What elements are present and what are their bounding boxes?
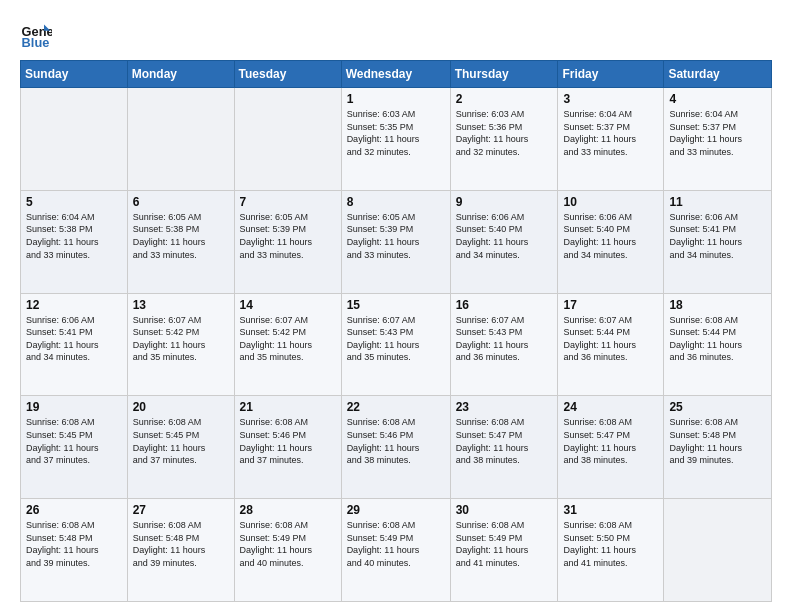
calendar-cell: 12Sunrise: 6:06 AM Sunset: 5:41 PM Dayli… — [21, 293, 128, 396]
weekday-header-sunday: Sunday — [21, 61, 128, 88]
day-number: 5 — [26, 195, 122, 209]
day-number: 15 — [347, 298, 445, 312]
day-number: 9 — [456, 195, 553, 209]
day-info: Sunrise: 6:08 AM Sunset: 5:48 PM Dayligh… — [133, 519, 229, 569]
day-info: Sunrise: 6:08 AM Sunset: 5:49 PM Dayligh… — [456, 519, 553, 569]
day-info: Sunrise: 6:08 AM Sunset: 5:48 PM Dayligh… — [669, 416, 766, 466]
calendar-cell: 16Sunrise: 6:07 AM Sunset: 5:43 PM Dayli… — [450, 293, 558, 396]
calendar-cell: 9Sunrise: 6:06 AM Sunset: 5:40 PM Daylig… — [450, 190, 558, 293]
day-number: 14 — [240, 298, 336, 312]
day-info: Sunrise: 6:03 AM Sunset: 5:35 PM Dayligh… — [347, 108, 445, 158]
weekday-header-friday: Friday — [558, 61, 664, 88]
calendar-week-3: 12Sunrise: 6:06 AM Sunset: 5:41 PM Dayli… — [21, 293, 772, 396]
calendar-cell: 5Sunrise: 6:04 AM Sunset: 5:38 PM Daylig… — [21, 190, 128, 293]
day-number: 22 — [347, 400, 445, 414]
calendar-cell: 18Sunrise: 6:08 AM Sunset: 5:44 PM Dayli… — [664, 293, 772, 396]
calendar-cell: 21Sunrise: 6:08 AM Sunset: 5:46 PM Dayli… — [234, 396, 341, 499]
day-info: Sunrise: 6:08 AM Sunset: 5:45 PM Dayligh… — [133, 416, 229, 466]
calendar-cell: 28Sunrise: 6:08 AM Sunset: 5:49 PM Dayli… — [234, 499, 341, 602]
day-number: 31 — [563, 503, 658, 517]
day-info: Sunrise: 6:07 AM Sunset: 5:42 PM Dayligh… — [240, 314, 336, 364]
svg-text:Blue: Blue — [22, 35, 50, 50]
calendar-cell — [127, 88, 234, 191]
day-info: Sunrise: 6:07 AM Sunset: 5:43 PM Dayligh… — [456, 314, 553, 364]
calendar-cell: 1Sunrise: 6:03 AM Sunset: 5:35 PM Daylig… — [341, 88, 450, 191]
calendar-cell: 30Sunrise: 6:08 AM Sunset: 5:49 PM Dayli… — [450, 499, 558, 602]
day-info: Sunrise: 6:05 AM Sunset: 5:39 PM Dayligh… — [240, 211, 336, 261]
calendar-cell: 8Sunrise: 6:05 AM Sunset: 5:39 PM Daylig… — [341, 190, 450, 293]
calendar-cell: 25Sunrise: 6:08 AM Sunset: 5:48 PM Dayli… — [664, 396, 772, 499]
day-number: 2 — [456, 92, 553, 106]
day-number: 25 — [669, 400, 766, 414]
calendar-cell: 11Sunrise: 6:06 AM Sunset: 5:41 PM Dayli… — [664, 190, 772, 293]
day-number: 8 — [347, 195, 445, 209]
calendar-cell: 14Sunrise: 6:07 AM Sunset: 5:42 PM Dayli… — [234, 293, 341, 396]
day-number: 17 — [563, 298, 658, 312]
calendar-cell: 23Sunrise: 6:08 AM Sunset: 5:47 PM Dayli… — [450, 396, 558, 499]
calendar-week-1: 1Sunrise: 6:03 AM Sunset: 5:35 PM Daylig… — [21, 88, 772, 191]
day-info: Sunrise: 6:08 AM Sunset: 5:46 PM Dayligh… — [240, 416, 336, 466]
weekday-header-row: SundayMondayTuesdayWednesdayThursdayFrid… — [21, 61, 772, 88]
calendar-cell — [234, 88, 341, 191]
day-info: Sunrise: 6:08 AM Sunset: 5:44 PM Dayligh… — [669, 314, 766, 364]
day-number: 6 — [133, 195, 229, 209]
day-number: 24 — [563, 400, 658, 414]
day-info: Sunrise: 6:08 AM Sunset: 5:49 PM Dayligh… — [347, 519, 445, 569]
day-number: 13 — [133, 298, 229, 312]
day-info: Sunrise: 6:06 AM Sunset: 5:40 PM Dayligh… — [456, 211, 553, 261]
weekday-header-saturday: Saturday — [664, 61, 772, 88]
calendar-cell: 26Sunrise: 6:08 AM Sunset: 5:48 PM Dayli… — [21, 499, 128, 602]
day-info: Sunrise: 6:04 AM Sunset: 5:37 PM Dayligh… — [669, 108, 766, 158]
day-number: 20 — [133, 400, 229, 414]
logo: General Blue — [20, 18, 56, 50]
day-number: 18 — [669, 298, 766, 312]
calendar-cell: 6Sunrise: 6:05 AM Sunset: 5:38 PM Daylig… — [127, 190, 234, 293]
calendar-cell — [664, 499, 772, 602]
day-number: 3 — [563, 92, 658, 106]
day-number: 21 — [240, 400, 336, 414]
day-info: Sunrise: 6:08 AM Sunset: 5:50 PM Dayligh… — [563, 519, 658, 569]
calendar-cell: 3Sunrise: 6:04 AM Sunset: 5:37 PM Daylig… — [558, 88, 664, 191]
calendar-table: SundayMondayTuesdayWednesdayThursdayFrid… — [20, 60, 772, 602]
calendar-cell: 2Sunrise: 6:03 AM Sunset: 5:36 PM Daylig… — [450, 88, 558, 191]
day-info: Sunrise: 6:07 AM Sunset: 5:42 PM Dayligh… — [133, 314, 229, 364]
day-info: Sunrise: 6:05 AM Sunset: 5:39 PM Dayligh… — [347, 211, 445, 261]
day-info: Sunrise: 6:08 AM Sunset: 5:45 PM Dayligh… — [26, 416, 122, 466]
day-number: 4 — [669, 92, 766, 106]
day-info: Sunrise: 6:04 AM Sunset: 5:38 PM Dayligh… — [26, 211, 122, 261]
day-info: Sunrise: 6:06 AM Sunset: 5:41 PM Dayligh… — [26, 314, 122, 364]
calendar-cell: 15Sunrise: 6:07 AM Sunset: 5:43 PM Dayli… — [341, 293, 450, 396]
calendar-cell: 29Sunrise: 6:08 AM Sunset: 5:49 PM Dayli… — [341, 499, 450, 602]
weekday-header-wednesday: Wednesday — [341, 61, 450, 88]
day-info: Sunrise: 6:07 AM Sunset: 5:44 PM Dayligh… — [563, 314, 658, 364]
day-info: Sunrise: 6:03 AM Sunset: 5:36 PM Dayligh… — [456, 108, 553, 158]
calendar-cell: 22Sunrise: 6:08 AM Sunset: 5:46 PM Dayli… — [341, 396, 450, 499]
day-info: Sunrise: 6:04 AM Sunset: 5:37 PM Dayligh… — [563, 108, 658, 158]
day-info: Sunrise: 6:07 AM Sunset: 5:43 PM Dayligh… — [347, 314, 445, 364]
day-number: 27 — [133, 503, 229, 517]
day-number: 29 — [347, 503, 445, 517]
day-info: Sunrise: 6:05 AM Sunset: 5:38 PM Dayligh… — [133, 211, 229, 261]
calendar-cell: 17Sunrise: 6:07 AM Sunset: 5:44 PM Dayli… — [558, 293, 664, 396]
day-number: 30 — [456, 503, 553, 517]
calendar-week-4: 19Sunrise: 6:08 AM Sunset: 5:45 PM Dayli… — [21, 396, 772, 499]
day-number: 19 — [26, 400, 122, 414]
calendar-week-2: 5Sunrise: 6:04 AM Sunset: 5:38 PM Daylig… — [21, 190, 772, 293]
day-number: 7 — [240, 195, 336, 209]
calendar-cell: 7Sunrise: 6:05 AM Sunset: 5:39 PM Daylig… — [234, 190, 341, 293]
day-info: Sunrise: 6:08 AM Sunset: 5:48 PM Dayligh… — [26, 519, 122, 569]
weekday-header-monday: Monday — [127, 61, 234, 88]
day-info: Sunrise: 6:08 AM Sunset: 5:47 PM Dayligh… — [563, 416, 658, 466]
calendar-cell — [21, 88, 128, 191]
logo-icon: General Blue — [20, 18, 52, 50]
calendar-cell: 10Sunrise: 6:06 AM Sunset: 5:40 PM Dayli… — [558, 190, 664, 293]
day-number: 16 — [456, 298, 553, 312]
calendar-week-5: 26Sunrise: 6:08 AM Sunset: 5:48 PM Dayli… — [21, 499, 772, 602]
day-number: 28 — [240, 503, 336, 517]
calendar-cell: 27Sunrise: 6:08 AM Sunset: 5:48 PM Dayli… — [127, 499, 234, 602]
day-info: Sunrise: 6:08 AM Sunset: 5:49 PM Dayligh… — [240, 519, 336, 569]
calendar-cell: 31Sunrise: 6:08 AM Sunset: 5:50 PM Dayli… — [558, 499, 664, 602]
day-number: 11 — [669, 195, 766, 209]
day-number: 10 — [563, 195, 658, 209]
day-info: Sunrise: 6:06 AM Sunset: 5:41 PM Dayligh… — [669, 211, 766, 261]
